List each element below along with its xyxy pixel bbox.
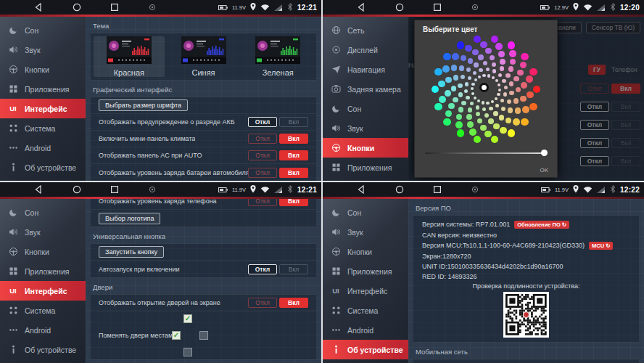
color-swatch[interactable]: [516, 87, 521, 92]
color-swatch[interactable]: [470, 102, 474, 105]
sidebar-item-info[interactable]: Об устройстве: [323, 340, 408, 359]
color-swatch[interactable]: [529, 68, 537, 76]
color-swatch[interactable]: [521, 82, 527, 89]
color-swatch[interactable]: [453, 97, 458, 102]
screenshot-icon[interactable]: [149, 4, 156, 11]
color-swatch[interactable]: [500, 127, 507, 134]
color-swatch[interactable]: [471, 83, 474, 86]
color-swatch[interactable]: [482, 107, 486, 111]
color-swatch[interactable]: [508, 41, 516, 49]
color-swatch[interactable]: [442, 65, 450, 73]
color-swatch[interactable]: [521, 118, 529, 126]
recents-icon[interactable]: [110, 185, 119, 194]
color-swatch[interactable]: [509, 50, 516, 57]
theme-option-3[interactable]: Зеленая: [242, 36, 313, 77]
screenshot-icon[interactable]: [471, 4, 479, 11]
sidebar-item-system-dots[interactable]: Система: [0, 301, 86, 320]
sidebar-item-ellipsis[interactable]: Android: [323, 320, 408, 340]
color-swatch[interactable]: [458, 83, 462, 88]
color-swatch[interactable]: [493, 123, 500, 130]
color-swatch[interactable]: [510, 59, 516, 65]
color-swatch[interactable]: [526, 76, 533, 83]
sidebar-item-ui[interactable]: UIИнтерфейс: [0, 281, 86, 301]
color-swatch[interactable]: [468, 58, 473, 63]
home-icon[interactable]: [73, 3, 81, 12]
color-swatch[interactable]: [476, 105, 479, 109]
door-checkbox-left[interactable]: ✓: [172, 331, 181, 340]
color-swatch[interactable]: [493, 111, 498, 115]
color-swatch[interactable]: [495, 104, 499, 107]
toggle-off-button[interactable]: Откл: [248, 150, 277, 160]
toggle-off-button[interactable]: Откл: [248, 298, 277, 308]
color-swatch[interactable]: [466, 114, 471, 119]
sidebar-item-system-dots[interactable]: Система: [323, 301, 408, 320]
color-swatch[interactable]: [482, 101, 484, 104]
color-swatch[interactable]: [497, 93, 500, 96]
sidebar-item-ellipsis[interactable]: Android: [0, 138, 86, 158]
color-swatch[interactable]: [464, 89, 468, 93]
toggle-on-button[interactable]: Вкл: [279, 117, 308, 127]
color-swatch[interactable]: [520, 62, 527, 69]
color-swatch[interactable]: [495, 97, 498, 100]
color-swatch[interactable]: [478, 76, 481, 78]
toggle-on-button[interactable]: Вкл: [279, 168, 308, 178]
color-swatch[interactable]: [457, 41, 465, 49]
color-swatch[interactable]: [489, 107, 492, 110]
back-icon[interactable]: [357, 3, 366, 12]
color-swatch[interactable]: [505, 73, 510, 78]
color-swatch[interactable]: [509, 91, 513, 95]
action-button[interactable]: Запустить кнопку: [99, 246, 164, 258]
action-button[interactable]: Выбор логотипа: [99, 213, 160, 224]
color-swatch[interactable]: [474, 36, 482, 44]
color-swatch[interactable]: [491, 36, 499, 44]
color-swatch[interactable]: [477, 99, 480, 102]
sidebar-item-ellipsis[interactable]: Android: [0, 320, 86, 340]
color-swatch[interactable]: [501, 107, 505, 111]
color-swatch[interactable]: [468, 107, 472, 112]
sidebar-item-display[interactable]: Дисплей: [323, 40, 408, 60]
color-swatch[interactable]: [486, 102, 489, 105]
toggle-off-button[interactable]: Откл: [248, 168, 277, 178]
sidebar-item-speaker[interactable]: Звук: [323, 118, 408, 138]
door-checkbox-top[interactable]: ✓: [183, 314, 192, 323]
color-swatch[interactable]: [529, 103, 537, 111]
sidebar-item-steering-wheel[interactable]: Кнопки: [323, 242, 408, 261]
sidebar-item-speaker[interactable]: Звук: [0, 40, 86, 60]
color-swatch[interactable]: [480, 41, 487, 49]
back-icon[interactable]: [34, 185, 43, 194]
color-swatch[interactable]: [474, 78, 477, 81]
screenshot-icon[interactable]: [471, 186, 479, 193]
color-swatch[interactable]: [500, 59, 505, 64]
color-swatch[interactable]: [482, 74, 485, 77]
color-swatch[interactable]: [465, 82, 468, 86]
color-swatch[interactable]: [492, 69, 496, 73]
sidebar-item-speaker[interactable]: Звук: [323, 222, 408, 242]
brightness-slider[interactable]: [425, 150, 547, 157]
color-swatch[interactable]: [513, 118, 520, 126]
color-swatch[interactable]: [459, 65, 464, 70]
color-swatch[interactable]: [478, 54, 483, 60]
color-swatch[interactable]: [432, 86, 439, 94]
color-swatch[interactable]: [527, 91, 534, 99]
color-swatch[interactable]: [507, 99, 511, 104]
color-swatch[interactable]: [453, 75, 458, 80]
color-swatch[interactable]: [476, 112, 480, 116]
color-swatch[interactable]: [521, 53, 529, 61]
color-swatch[interactable]: [461, 75, 465, 79]
color-swatch[interactable]: [491, 136, 499, 144]
color-swatch[interactable]: [474, 97, 476, 99]
toggle-on-button[interactable]: Вкл: [279, 298, 308, 308]
color-swatch[interactable]: [504, 86, 508, 89]
sidebar-item-ui[interactable]: UIИнтерфейс: [0, 99, 86, 118]
recents-icon[interactable]: [433, 185, 442, 194]
color-swatch[interactable]: [487, 74, 490, 77]
sidebar-item-info[interactable]: Об устройстве: [0, 340, 86, 359]
color-swatch[interactable]: [466, 68, 471, 72]
color-swatch[interactable]: [443, 53, 451, 61]
color-swatch[interactable]: [467, 121, 474, 128]
color-swatch[interactable]: [465, 45, 472, 52]
color-swatch[interactable]: [520, 96, 527, 102]
toggle-on-button[interactable]: Вкл: [279, 199, 308, 206]
color-swatch[interactable]: [456, 114, 463, 121]
color-swatch[interactable]: [492, 62, 496, 67]
